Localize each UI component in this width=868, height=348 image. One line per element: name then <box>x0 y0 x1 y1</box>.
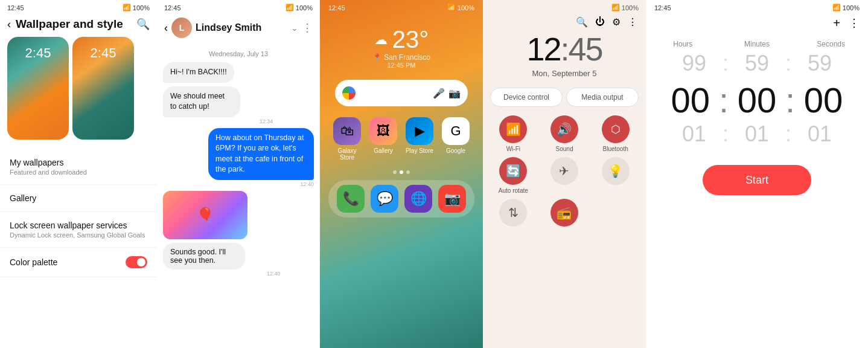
home-dock: 📞 💬 🌐 📷 <box>328 180 474 218</box>
power-icon-quick[interactable]: ⏻ <box>595 16 605 28</box>
wallpaper-thumb-1[interactable]: 2:45 <box>7 37 69 140</box>
app-google[interactable]: G Google <box>441 117 471 161</box>
quick-status-bar: 📶 100% <box>483 0 646 14</box>
home-apps-grid: 🛍 Galaxy Store 🖼 Gallery ▶ Play Store G … <box>332 111 471 167</box>
menu-item-lock-screen[interactable]: Lock screen wallpaper services Dynamic L… <box>0 212 157 248</box>
timer-top-hours: 99 <box>667 51 721 76</box>
bluetooth-toggle-circle[interactable]: ⬡ <box>602 115 630 143</box>
wallpaper-thumb-2[interactable]: 2:45 <box>72 37 134 140</box>
timer-battery: 100% <box>843 4 860 11</box>
timer-main-colon-2: : <box>784 80 796 120</box>
bubble-received-final: Sounds good. I'll see you then. <box>163 243 245 269</box>
timer-main-colon-1: : <box>718 80 730 120</box>
app-galaxy-store[interactable]: 🛍 Galaxy Store <box>332 117 362 161</box>
quick-wifi-icon: 📶 <box>611 4 620 11</box>
toggle-sound[interactable]: 🔊 Sound <box>541 115 588 152</box>
camera-search-icon[interactable]: 📷 <box>448 88 461 99</box>
message-header: ‹ L Lindsey Smith ⌄ ⋮ <box>157 14 320 44</box>
toggle-wifi[interactable]: 📶 Wi-Fi <box>490 115 537 152</box>
quick-battery: 100% <box>622 4 639 11</box>
toggle-cast[interactable]: 📻 <box>541 199 588 229</box>
status-icons: 📶 100% <box>123 4 150 11</box>
timer-more-icon[interactable]: ⋮ <box>849 16 860 30</box>
message-image[interactable]: 🎈 <box>163 191 247 239</box>
timer-status-time: 12:45 <box>654 4 671 11</box>
status-icons-msg: 📶 100% <box>286 4 313 11</box>
start-button[interactable]: Start <box>703 165 811 195</box>
home-battery: 100% <box>458 4 474 11</box>
home-temp: 23° <box>392 26 429 53</box>
app-label-google: Google <box>446 147 465 154</box>
sound-toggle-circle[interactable]: 🔊 <box>550 115 578 143</box>
quick-toggle-grid: 📶 Wi-Fi 🔊 Sound ⬡ Bluetooth 🔄 Auto rotat… <box>483 111 646 234</box>
app-play-store[interactable]: ▶ Play Store <box>404 117 435 161</box>
weather-icon: ☁ <box>374 32 388 48</box>
app-gallery[interactable]: 🖼 Gallery <box>368 117 398 161</box>
add-timer-icon[interactable]: + <box>833 16 840 30</box>
timer-top-seconds: 59 <box>793 51 847 76</box>
wallpaper-panel: 12:45 📶 100% ‹ Wallpaper and style 🔍 2:4… <box>0 0 157 348</box>
media-output-tab[interactable]: Media output <box>566 88 639 107</box>
home-search-bar[interactable]: 🎤 📷 <box>335 80 468 106</box>
timer-bottom-colon-1: : <box>721 121 730 147</box>
quick-settings-panel: 📶 100% 🔍 ⏻ ⚙ ⋮ 12 :45 Mon, September 5 D… <box>483 0 646 348</box>
menu-item-gallery[interactable]: Gallery <box>0 185 157 212</box>
flashlight-toggle-circle[interactable]: 💡 <box>602 157 630 185</box>
timer-main-seconds[interactable]: 00 <box>796 80 850 120</box>
home-time: 12:45 PM <box>387 62 415 69</box>
bubble-time-final: 12:40 <box>163 271 281 277</box>
toggle-flashlight[interactable]: 💡 <box>592 157 639 194</box>
toggle-rotation[interactable]: ⇅ <box>490 199 537 229</box>
timer-main-minutes[interactable]: 00 <box>730 80 784 120</box>
wifi-icon: 📶 <box>123 4 131 11</box>
chevron-down-icon[interactable]: ⌄ <box>291 23 298 33</box>
back-icon[interactable]: ‹ <box>7 18 11 31</box>
more-icon-quick[interactable]: ⋮ <box>628 16 637 28</box>
contact-avatar: L <box>171 18 192 38</box>
mic-icon[interactable]: 🎤 <box>433 88 445 99</box>
wifi-toggle-circle[interactable]: 📶 <box>499 115 527 143</box>
cast-toggle-circle[interactable]: 📻 <box>550 199 578 227</box>
quick-media-tabs: Device control Media output <box>483 84 646 111</box>
app-label-play: Play Store <box>406 147 433 154</box>
bubble-time-sent: 12:40 <box>163 181 314 187</box>
menu-item-color-palette[interactable]: Color palette <box>0 248 157 277</box>
rotation-toggle-circle[interactable]: ⇅ <box>499 199 527 227</box>
bluetooth-toggle-label: Bluetooth <box>603 146 628 152</box>
app-label-gallery: Gallery <box>374 147 393 154</box>
home-panel: 12:45 📶 100% ☁ 23° 📍 San Francisco 12:45… <box>320 0 483 348</box>
device-control-tab[interactable]: Device control <box>490 88 563 107</box>
timer-top-colon-2: : <box>784 51 793 76</box>
more-options-icon[interactable]: ⋮ <box>302 21 313 34</box>
back-icon-msg[interactable]: ‹ <box>164 22 168 34</box>
bubble-time-2: 12:34 <box>163 118 273 124</box>
timer-top-actions: + ⋮ <box>646 14 868 36</box>
color-palette-toggle[interactable] <box>126 256 147 268</box>
home-wifi-icon: 📶 <box>447 4 456 11</box>
dock-phone[interactable]: 📞 <box>337 185 365 213</box>
search-icon[interactable]: 🔍 <box>136 18 150 31</box>
toggle-auto-rotate[interactable]: 🔄 Auto rotate <box>490 157 537 194</box>
col-minutes: Minutes <box>733 40 781 48</box>
search-action-icons: 🎤 📷 <box>433 88 461 99</box>
timer-main-hours[interactable]: 00 <box>663 80 718 120</box>
wifi-icon-msg: 📶 <box>286 4 294 11</box>
search-icon-quick[interactable]: 🔍 <box>576 16 588 28</box>
dock-messages[interactable]: 💬 <box>371 185 398 213</box>
dock-camera[interactable]: 📷 <box>438 185 466 213</box>
dot-2 <box>400 170 403 174</box>
home-status-icons: 📶 100% <box>447 4 474 11</box>
google-logo <box>342 86 356 100</box>
toggle-airplane[interactable]: ✈ <box>541 157 588 194</box>
menu-item-my-wallpapers[interactable]: My wallpapers Featured and downloaded <box>0 149 157 185</box>
dot-1 <box>393 170 397 174</box>
timer-top-colon-1: : <box>721 51 730 76</box>
bubble-group-2: We should meet to catch up! 12:34 <box>163 86 273 124</box>
airplane-toggle-circle[interactable]: ✈ <box>550 157 578 185</box>
timer-main-display: 00 : 00 : 00 <box>646 76 868 121</box>
messages-list: Hi~! I'm BACK!!!! We should meet to catc… <box>157 62 320 348</box>
auto-rotate-toggle-circle[interactable]: 🔄 <box>499 157 527 185</box>
settings-icon-quick[interactable]: ⚙ <box>612 16 621 28</box>
toggle-bluetooth[interactable]: ⬡ Bluetooth <box>592 115 639 152</box>
dock-internet[interactable]: 🌐 <box>404 185 432 213</box>
